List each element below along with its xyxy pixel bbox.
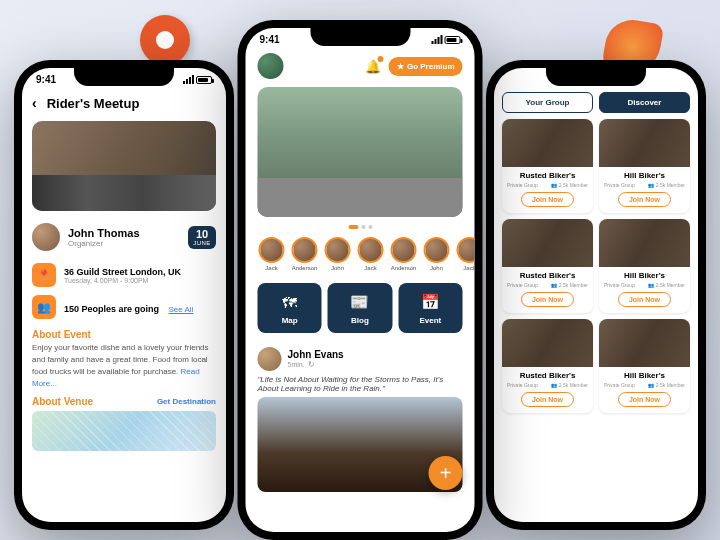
story-item[interactable]: Anderson bbox=[390, 237, 418, 271]
story-item[interactable]: John bbox=[423, 237, 451, 271]
organizer-avatar[interactable] bbox=[32, 223, 60, 251]
blog-icon: 📰 bbox=[349, 291, 371, 313]
group-card[interactable]: Rusted Biker's Private Group👥 2.5k Membe… bbox=[502, 219, 593, 313]
group-card[interactable]: Hill Biker's Private Group👥 2.5k Member … bbox=[599, 219, 690, 313]
profile-avatar[interactable] bbox=[258, 53, 284, 79]
join-now-button[interactable]: Join Now bbox=[521, 192, 574, 207]
group-image bbox=[599, 119, 690, 167]
group-name: Hill Biker's bbox=[604, 271, 685, 280]
story-name: Jack bbox=[364, 265, 376, 271]
story-name: John bbox=[331, 265, 344, 271]
add-fab-button[interactable]: + bbox=[429, 456, 463, 490]
nav-event-label: Event bbox=[419, 316, 441, 325]
attendance-count: 150 Peoples are going bbox=[64, 304, 159, 314]
event-hero-image bbox=[32, 121, 216, 211]
story-avatar bbox=[325, 237, 351, 263]
join-now-button[interactable]: Join Now bbox=[618, 392, 671, 407]
group-name: Rusted Biker's bbox=[507, 371, 588, 380]
see-all-link[interactable]: See All bbox=[169, 305, 194, 314]
post-time: 5min. bbox=[288, 360, 344, 369]
story-name: John bbox=[430, 265, 443, 271]
group-image bbox=[599, 319, 690, 367]
post-quote: "Life is Not About Waiting for the Storm… bbox=[258, 375, 463, 397]
phone-groups: Your Group Discover Rusted Biker's Priva… bbox=[486, 60, 706, 530]
organizer-name: John Thomas bbox=[68, 227, 180, 239]
group-name: Rusted Biker's bbox=[507, 171, 588, 180]
group-card[interactable]: Rusted Biker's Private Group👥 2.5k Membe… bbox=[502, 319, 593, 413]
group-meta: Private Group👥 2.5k Member bbox=[604, 280, 685, 290]
date-month: JUNE bbox=[193, 240, 211, 246]
status-time: 9:41 bbox=[36, 74, 56, 85]
nav-event[interactable]: 📅Event bbox=[398, 283, 462, 333]
story-avatar bbox=[391, 237, 417, 263]
status-icons bbox=[432, 35, 461, 44]
event-icon: 📅 bbox=[419, 291, 441, 313]
story-item[interactable]: Jack bbox=[258, 237, 286, 271]
event-date-badge: 10 JUNE bbox=[188, 226, 216, 249]
join-now-button[interactable]: Join Now bbox=[521, 292, 574, 307]
status-icons bbox=[183, 75, 212, 84]
phone-notch bbox=[310, 28, 410, 46]
nav-blog[interactable]: 📰Blog bbox=[328, 283, 392, 333]
story-item[interactable]: Jack bbox=[357, 237, 385, 271]
post-author-avatar[interactable] bbox=[258, 347, 282, 371]
join-now-button[interactable]: Join Now bbox=[618, 192, 671, 207]
join-now-button[interactable]: Join Now bbox=[618, 292, 671, 307]
tab-discover[interactable]: Discover bbox=[599, 92, 690, 113]
carousel-dots bbox=[246, 221, 475, 233]
group-card[interactable]: Hill Biker's Private Group👥 2.5k Member … bbox=[599, 119, 690, 213]
featured-image[interactable] bbox=[258, 87, 463, 217]
story-avatar bbox=[358, 237, 384, 263]
group-meta: Private Group👥 2.5k Member bbox=[507, 180, 588, 190]
group-image bbox=[502, 219, 593, 267]
story-avatar bbox=[424, 237, 450, 263]
story-name: Anderson bbox=[292, 265, 318, 271]
group-meta: Private Group👥 2.5k Member bbox=[507, 380, 588, 390]
group-image bbox=[599, 219, 690, 267]
get-destination-link[interactable]: Get Destination bbox=[157, 397, 216, 406]
phone-feed: 9:41 Go Premium Jack Anderson John Jack … bbox=[238, 20, 483, 540]
group-meta: Private Group👥 2.5k Member bbox=[604, 180, 685, 190]
dot[interactable] bbox=[368, 225, 372, 229]
story-avatar bbox=[457, 237, 475, 263]
post-author-name: John Evans bbox=[288, 349, 344, 360]
notification-bell-icon[interactable] bbox=[365, 57, 383, 75]
location-icon: 📍 bbox=[32, 263, 56, 287]
nav-map[interactable]: 🗺Map bbox=[258, 283, 322, 333]
story-name: Anderson bbox=[391, 265, 417, 271]
story-item[interactable]: John bbox=[324, 237, 352, 271]
nav-blog-label: Blog bbox=[351, 316, 369, 325]
go-premium-button[interactable]: Go Premium bbox=[389, 57, 463, 76]
dot-active[interactable] bbox=[348, 225, 358, 229]
group-card[interactable]: Hill Biker's Private Group👥 2.5k Member … bbox=[599, 319, 690, 413]
group-image bbox=[502, 119, 593, 167]
venue-map[interactable] bbox=[32, 411, 216, 451]
story-avatar bbox=[259, 237, 285, 263]
map-icon: 🗺 bbox=[279, 291, 301, 313]
story-item[interactable]: Anderson bbox=[291, 237, 319, 271]
page-title: Rider's Meetup bbox=[47, 96, 140, 111]
tab-your-group[interactable]: Your Group bbox=[502, 92, 593, 113]
join-now-button[interactable]: Join Now bbox=[521, 392, 574, 407]
date-day: 10 bbox=[193, 229, 211, 240]
group-image bbox=[502, 319, 593, 367]
story-item[interactable]: Jack bbox=[456, 237, 475, 271]
status-time: 9:41 bbox=[260, 34, 280, 45]
phone-event-detail: 9:41 ‹ Rider's Meetup John Thomas Organi… bbox=[14, 60, 234, 530]
phone-notch bbox=[546, 68, 646, 86]
group-meta: Private Group👥 2.5k Member bbox=[604, 380, 685, 390]
dot[interactable] bbox=[361, 225, 365, 229]
people-icon: 👥 bbox=[32, 295, 56, 319]
event-address: 36 Guild Street London, UK bbox=[64, 267, 216, 277]
back-icon[interactable]: ‹ bbox=[32, 95, 37, 111]
about-event-title: About Event bbox=[22, 323, 226, 342]
organizer-role: Organizer bbox=[68, 239, 180, 248]
group-name: Rusted Biker's bbox=[507, 271, 588, 280]
phone-notch bbox=[74, 68, 174, 86]
group-meta: Private Group👥 2.5k Member bbox=[507, 280, 588, 290]
story-name: Jack bbox=[265, 265, 277, 271]
story-name: Jack bbox=[463, 265, 474, 271]
group-card[interactable]: Rusted Biker's Private Group👥 2.5k Membe… bbox=[502, 119, 593, 213]
group-name: Hill Biker's bbox=[604, 171, 685, 180]
event-time: Tuesday, 4.00PM - 9:00PM bbox=[64, 277, 216, 284]
